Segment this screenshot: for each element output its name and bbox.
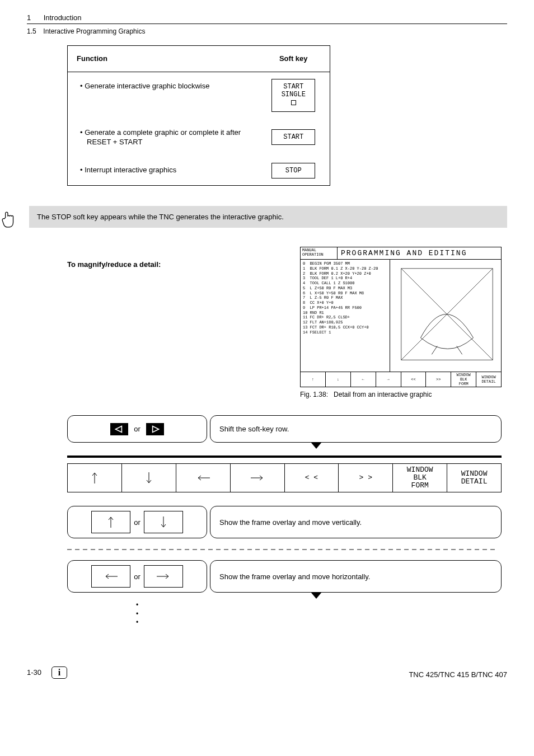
svg-marker-4: [152, 426, 158, 432]
sk-right-mini[interactable]: [144, 565, 183, 588]
sk-down[interactable]: ↓: [325, 372, 350, 387]
table-head-function: Function: [68, 46, 257, 72]
section-number: 1.5: [27, 27, 41, 35]
shift-right-key[interactable]: [146, 423, 164, 435]
sk-right[interactable]: →: [376, 372, 401, 387]
step-shift-row-keys: or: [67, 415, 207, 443]
sk-up[interactable]: ↑: [301, 372, 325, 387]
softkey-start-single[interactable]: START SINGLE: [271, 79, 315, 112]
sk-left[interactable]: ←: [350, 372, 376, 387]
figure-caption: Detail from an interactive graphic: [334, 391, 432, 398]
graphic-preview: [390, 260, 501, 372]
page-number: 1-30: [27, 668, 41, 677]
fn-row-text: Generate interactive graphic blockwise: [85, 82, 209, 90]
shift-left-key[interactable]: [110, 423, 128, 435]
hand-pointer-icon: [0, 206, 17, 230]
softkey-stop[interactable]: STOP: [271, 163, 315, 179]
sk-down[interactable]: [121, 464, 176, 492]
page-footer: 1-30 i TNC 425/TNC 415 B/TNC 407: [27, 661, 507, 679]
sk-zoom-in[interactable]: >>: [425, 372, 451, 387]
section-title: Interactive Programming Graphics: [43, 27, 145, 35]
program-listing: 0 BEGIN PGM 3507 MM 1 BLK FORM 0.1 Z X-2…: [301, 260, 390, 372]
screen-title: PROGRAMMING AND EDITING: [338, 247, 501, 259]
sk-up[interactable]: [68, 464, 121, 492]
sk-zoom-out[interactable]: <<: [401, 372, 426, 387]
tnc-screenshot: MANUAL OPERATION PROGRAMMING AND EDITING…: [300, 247, 502, 387]
sk-window-blk-form[interactable]: WINDOW BLK FORM: [392, 464, 447, 492]
subheading-magnify: To magnify/reduce a detail:: [67, 260, 285, 269]
chapter-title: Introduction: [44, 13, 82, 22]
ellipsis-icon: •••: [129, 601, 146, 627]
figure-number: Fig. 1.38:: [300, 391, 328, 398]
info-icon: i: [51, 666, 67, 679]
softkey-bar: < < > > WINDOW BLK FORM WINDOW DETAIL: [67, 463, 502, 492]
sk-window-detail[interactable]: WINDOW DETAIL: [476, 372, 501, 387]
table-head-softkey: Soft key: [257, 46, 330, 72]
step-horizontal-text: Show the frame overlay and move horizont…: [210, 560, 502, 593]
svg-marker-3: [116, 426, 122, 432]
step-shift-row-text: Shift the soft-key row.: [210, 415, 502, 443]
step-vertical-keys: or: [67, 506, 207, 538]
sk-right[interactable]: [230, 464, 284, 492]
note-callout: The STOP soft key appears while the TNC …: [0, 206, 507, 230]
footer-models: TNC 425/TNC 415 B/TNC 407: [409, 670, 507, 679]
sk-window-detail[interactable]: WINDOW DETAIL: [447, 464, 501, 492]
step-vertical-text: Show the frame overlay and move vertical…: [210, 506, 502, 538]
stop-square-icon: [291, 100, 296, 105]
flow-arrow-down-icon: [311, 592, 322, 599]
sk-down-mini[interactable]: [144, 511, 183, 533]
chapter-number: 1: [27, 13, 41, 22]
sk-left[interactable]: [176, 464, 230, 492]
flow-arrow-down-icon: [311, 442, 322, 449]
screen-softkey-row: ↑ ↓ ← → << >> WINDOW BLK FORM WINDOW DET…: [301, 372, 501, 387]
page-header: 1 Introduction 1.5 Interactive Programmi…: [27, 13, 507, 35]
fn-row-text: Interrupt interactive graphics: [85, 166, 176, 174]
sk-left-mini[interactable]: [91, 565, 130, 588]
softkey-start[interactable]: START: [271, 129, 315, 145]
step-horizontal-keys: or: [67, 560, 207, 593]
note-text: The STOP soft key appears while the TNC …: [37, 213, 284, 221]
sk-window-blk-form[interactable]: WINDOW BLK FORM: [451, 372, 476, 387]
function-table: Function Soft key • Generate interactive…: [67, 45, 330, 186]
fn-row-text: Generate a complete graphic or complete …: [85, 128, 241, 147]
sk-zoom-out[interactable]: < <: [284, 464, 339, 492]
sk-up-mini[interactable]: [91, 511, 130, 533]
sk-zoom-in[interactable]: > >: [338, 464, 392, 492]
